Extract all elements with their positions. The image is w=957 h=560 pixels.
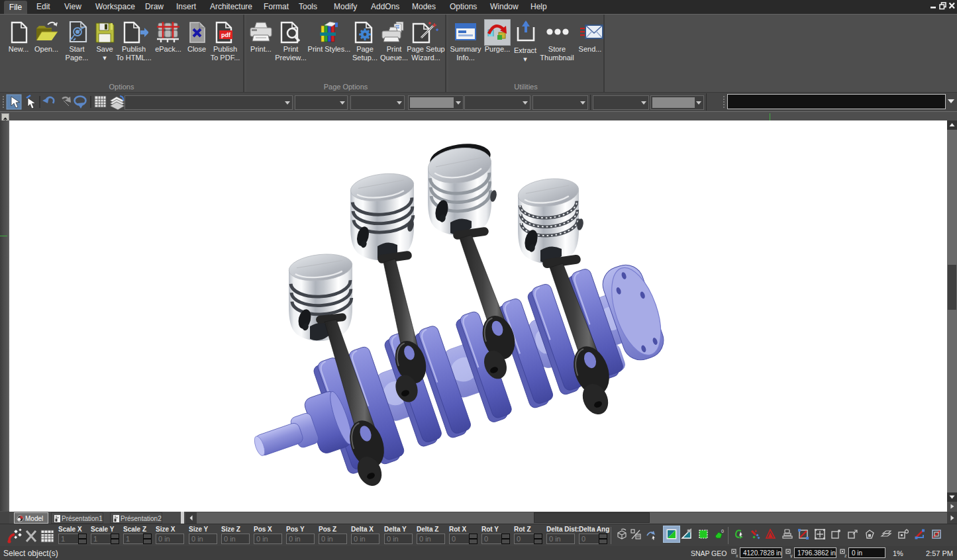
svg-text:z: z [844,553,847,558]
svg-text:x: x [736,553,738,558]
svg-text:y: y [790,553,793,558]
svg-text:pdf: pdf [221,32,231,38]
svg-text:0: 0 [721,529,724,534]
